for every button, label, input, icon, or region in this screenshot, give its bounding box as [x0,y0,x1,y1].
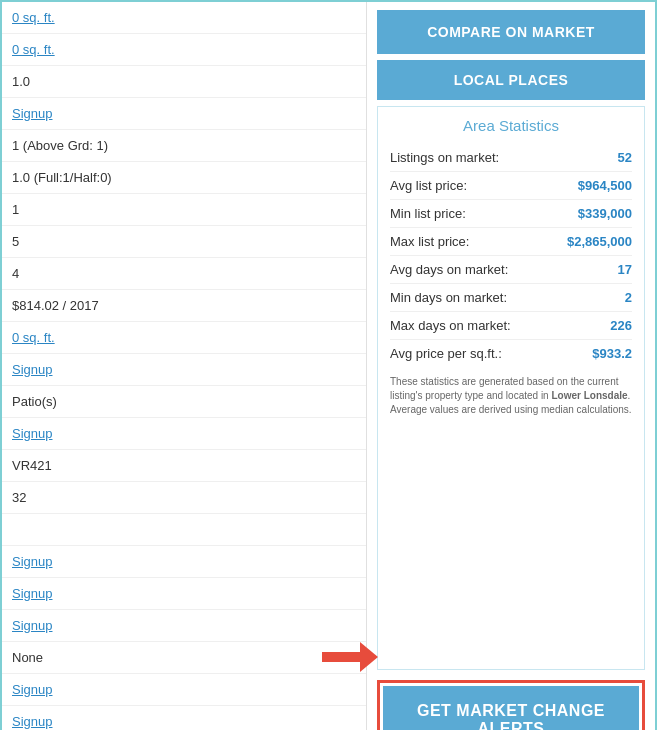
left-row[interactable]: Signup [2,578,366,610]
left-row-text: None [12,650,43,665]
stat-row: Avg price per sq.ft.:$933.2 [390,340,632,367]
stat-label: Avg list price: [390,178,467,193]
left-row[interactable]: Signup [2,546,366,578]
stat-value: 2 [625,290,632,305]
stat-value: $339,000 [578,206,632,221]
left-row-text: 32 [12,490,26,505]
left-row: 1 [2,194,366,226]
left-row: 5 [2,226,366,258]
stat-label: Max days on market: [390,318,511,333]
left-row-text: 4 [12,266,19,281]
left-row: None [2,642,366,674]
left-row: 1 (Above Grd: 1) [2,130,366,162]
left-row-text: 1 [12,202,19,217]
left-row-link[interactable]: Signup [12,714,52,729]
left-row[interactable]: 0 sq. ft. [2,34,366,66]
left-row[interactable]: Signup [2,418,366,450]
stat-value: 17 [618,262,632,277]
left-row: VR421 [2,450,366,482]
stat-row: Min days on market:2 [390,284,632,312]
stat-row: Max list price:$2,865,000 [390,228,632,256]
left-row[interactable]: 0 sq. ft. [2,2,366,34]
left-row: 1.0 (Full:1/Half:0) [2,162,366,194]
stat-value: $2,865,000 [567,234,632,249]
stat-label: Min list price: [390,206,466,221]
local-places-button[interactable]: LOCAL PLACES [377,60,645,100]
left-row-link[interactable]: Signup [12,586,52,601]
left-row-link[interactable]: Signup [12,426,52,441]
main-layout: 0 sq. ft.0 sq. ft.1.0Signup1 (Above Grd:… [2,2,655,730]
left-row[interactable]: Signup [2,674,366,706]
left-row-text: 5 [12,234,19,249]
left-row-link[interactable]: 0 sq. ft. [12,330,55,345]
left-row-text: 1 (Above Grd: 1) [12,138,108,153]
stat-value: $964,500 [578,178,632,193]
stat-value: 226 [610,318,632,333]
left-row-link[interactable]: 0 sq. ft. [12,42,55,57]
alert-area: GET MARKET CHANGE ALERTS [377,680,645,730]
stat-value: 52 [618,150,632,165]
alert-button-wrapper: GET MARKET CHANGE ALERTS [377,680,645,730]
stat-row: Avg days on market:17 [390,256,632,284]
area-statistics-box: Area Statistics Listings on market:52Avg… [377,106,645,670]
left-row: Patio(s) [2,386,366,418]
left-row [2,514,366,546]
left-row-link[interactable]: Signup [12,362,52,377]
left-row-text: 1.0 [12,74,30,89]
left-row[interactable]: Signup [2,354,366,386]
left-row-text: $814.02 / 2017 [12,298,99,313]
stats-rows: Listings on market:52Avg list price:$964… [390,144,632,367]
left-row[interactable]: Signup [2,610,366,642]
left-row: $814.02 / 2017 [2,290,366,322]
stat-label: Max list price: [390,234,469,249]
compare-on-market-button[interactable]: COMPARE ON MARKET [377,10,645,54]
stat-label: Avg price per sq.ft.: [390,346,502,361]
stats-note: These statistics are generated based on … [390,375,632,417]
left-row-text: Patio(s) [12,394,57,409]
left-row[interactable]: Signup [2,98,366,130]
stat-label: Listings on market: [390,150,499,165]
left-row: 1.0 [2,66,366,98]
left-row-text: VR421 [12,458,52,473]
left-column: 0 sq. ft.0 sq. ft.1.0Signup1 (Above Grd:… [2,2,367,730]
stat-row: Min list price:$339,000 [390,200,632,228]
left-row-link[interactable]: Signup [12,618,52,633]
area-statistics-title: Area Statistics [390,117,632,134]
stat-row: Listings on market:52 [390,144,632,172]
stat-row: Max days on market:226 [390,312,632,340]
left-row: 4 [2,258,366,290]
left-row: 32 [2,482,366,514]
left-row-link[interactable]: Signup [12,554,52,569]
get-market-change-alerts-button[interactable]: GET MARKET CHANGE ALERTS [383,686,639,730]
left-row[interactable]: Signup [2,706,366,730]
left-row[interactable]: 0 sq. ft. [2,322,366,354]
stat-label: Min days on market: [390,290,507,305]
stat-label: Avg days on market: [390,262,508,277]
left-row-link[interactable]: Signup [12,106,52,121]
right-column: COMPARE ON MARKET LOCAL PLACES Area Stat… [367,2,655,730]
stat-row: Avg list price:$964,500 [390,172,632,200]
stat-value: $933.2 [592,346,632,361]
left-row-link[interactable]: Signup [12,682,52,697]
left-row-text: 1.0 (Full:1/Half:0) [12,170,112,185]
left-row-link[interactable]: 0 sq. ft. [12,10,55,25]
